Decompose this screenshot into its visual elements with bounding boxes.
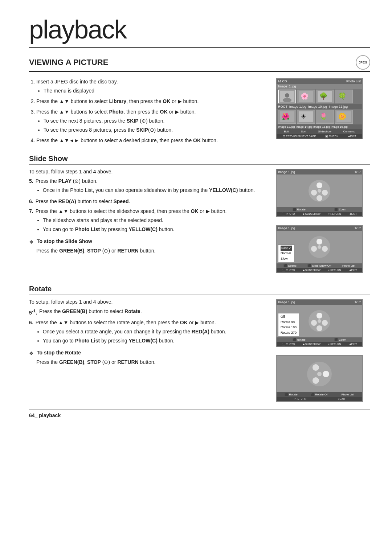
svg-point-26 — [322, 246, 328, 252]
slideshow-play-bottombar: ⬛ Rotate⬛ Zoom — [277, 207, 362, 212]
rotate-menu-content: Off Rotate 90 Rotate 180 Rotate 270 — [277, 305, 362, 337]
slideshow-text-col: To setup, follow steps 1 and 4 above. 5.… — [29, 169, 269, 278]
svg-point-38 — [317, 372, 322, 376]
rotate-step6: 6. Press the ▲▼ buttons to select the ro… — [29, 319, 269, 346]
slideshow-step7-sub1: The slideshow starts and plays at the se… — [43, 217, 227, 224]
svg-point-20 — [322, 190, 328, 196]
slideshow-step5-sub: Once in the Photo List, you can also ope… — [43, 186, 255, 194]
svg-text:🍀: 🍀 — [338, 92, 347, 100]
rotate-step6-sub1: Once you select a rotate angle, you can … — [43, 328, 226, 336]
step-3: Press the ▲▼ buttons to select Photo, th… — [36, 108, 269, 134]
photo-thumb-5: 🌺 — [278, 110, 296, 124]
slideshow-step5: 5. Press the PLAY (⊙) button. Once in th… — [29, 177, 269, 196]
slideshow-speed-footer: ⬛ PHOTO▶ SLIDESHOW↩RETURN◄EXIT — [277, 268, 362, 272]
slideshow-step7-sub2: You can go to Photo List by pressing YEL… — [43, 226, 227, 233]
slideshow-step6: 6. Press the RED(A) button to select Spe… — [29, 198, 269, 205]
photo-list-header-right: Photo List — [346, 79, 361, 83]
rotate-menu-dropdown: Off Rotate 90 Rotate 180 Rotate 270 — [278, 313, 299, 336]
viewing-title: VIEWING A PICTURE — [29, 58, 108, 67]
rotate-menu-footer: ⬛ PHOTO▶ SLIDESHOW↩RETURN◄EXIT — [277, 342, 362, 346]
stop-rotate-header: ❖ To stop the Rotate — [29, 350, 269, 356]
slideshow-speed-topbar: Image 1.jpg1/17 — [277, 226, 362, 231]
stop-rotate-text: Press the GREEN(B), STOP (⊙) or RETURN b… — [36, 358, 269, 366]
root-label: ROOT Image 1.jpg Image 10.jpg Image 11.j… — [277, 104, 362, 109]
slideshow-speed-screen: Image 1.jpg1/17 Fast ✓ Normal Slow — [276, 225, 363, 273]
slideshow-speed-content: Fast ✓ Normal Slow — [277, 231, 362, 263]
photo-list-menu: EditSortSlideshowContents — [277, 129, 362, 134]
photo-thumb-1 — [278, 90, 296, 103]
photo-list-header-left: 🖫 CD — [278, 79, 287, 83]
svg-point-35 — [323, 371, 329, 377]
svg-point-32 — [317, 325, 322, 331]
rotate-text-col: To setup, follow steps 1 and 4 above. 5-… — [29, 299, 269, 402]
photo-list-bottom-bar: ⊡ PREVIOUS/NEXT PAGE▣ CHECK◄EXIT — [277, 134, 362, 139]
slideshow-play-content — [277, 174, 362, 207]
slideshow-setup-note: To setup, follow steps 1 and 4 above. — [29, 169, 269, 174]
svg-text:🌳: 🌳 — [319, 92, 328, 100]
jpeg-badge: JPEG — [356, 55, 370, 70]
svg-point-31 — [322, 320, 328, 326]
page-title: playback — [29, 15, 370, 48]
svg-point-22 — [318, 189, 321, 193]
rotate-menu-screen: Image 1.jpg1/17 Off Rotate 90 Rotat — [276, 299, 363, 347]
rotate-menu-bottombar: ⬛ Rotate⬛ Zoom — [277, 337, 362, 342]
slideshow-play-topbar: Image 1.jpg1/17 — [277, 169, 362, 174]
svg-point-29 — [317, 313, 322, 319]
svg-point-24 — [317, 239, 322, 245]
svg-point-21 — [317, 195, 322, 201]
rotate-step5: 5-1. Press the GREEN(B) button to select… — [29, 308, 269, 317]
svg-point-19 — [311, 190, 317, 196]
svg-point-33 — [318, 319, 321, 323]
photo-grid-row1: 🌸 🌳 🍀 — [277, 89, 362, 104]
photo-thumb-8: 🌼 — [335, 110, 353, 124]
slideshow-title: Slide Show — [29, 155, 370, 165]
slideshow-play-screen: Image 1.jpg1/17 ⬛ Rotate⬛ Zoom — [276, 169, 363, 217]
photo-thumb-4: 🍀 — [335, 90, 353, 103]
photo-list-screen: 🖫 CD Photo List Image_1.jpg — [276, 78, 363, 139]
viewing-text-col: Insert a JPEG disc into the disc tray. T… — [29, 78, 269, 147]
rotate-section: Rotate To setup, follow steps 1 and 4 ab… — [29, 285, 370, 402]
svg-text:🌸: 🌸 — [301, 92, 309, 100]
svg-point-25 — [311, 246, 317, 252]
rotate-menu-topbar: Image 1.jpg1/17 — [277, 300, 362, 305]
stop-slideshow-text: Press the GREEN(B), STOP (⊙) or RETURN b… — [36, 247, 269, 255]
svg-point-30 — [311, 320, 317, 326]
viewing-section: VIEWING A PICTURE JPEG Insert a JPEG dis… — [29, 55, 370, 147]
viewing-steps-list: Insert a JPEG disc into the disc tray. T… — [29, 78, 269, 144]
step-1: Insert a JPEG disc into the disc tray. T… — [36, 78, 269, 95]
rotate-screens-col: Image 1.jpg1/17 Off Rotate 90 Rotat — [276, 299, 370, 402]
photo-thumb-7: 🌷 — [316, 110, 334, 124]
step-3-sub1: To see the next 8 pictures, press the SK… — [44, 117, 269, 125]
svg-point-27 — [318, 245, 321, 249]
svg-text:🌼: 🌼 — [338, 112, 347, 120]
photo-thumb-labels: Image 13.jpg Image 14.jpg Image 15.jpg I… — [277, 124, 362, 129]
photo-thumb-2: 🌸 — [297, 90, 315, 103]
rotate-step6-sub2: You can go to Photo List by pressing YEL… — [43, 337, 226, 345]
rotate-setup-note: To setup, follow steps 1 and 4 above. — [29, 299, 269, 305]
photo-thumb-6: ☀ — [297, 110, 315, 124]
photo-list-header: 🖫 CD Photo List — [277, 79, 362, 84]
page-footer: 64_ playback — [29, 409, 370, 418]
rotate-result-screen: ⬛ Rotate⬛ Rotate OffPhoto List ↩RETURN◄E… — [276, 355, 363, 402]
svg-point-1 — [285, 93, 289, 98]
photo-grid-row2: 🌺 ☀ 🌷 🌼 — [277, 109, 362, 124]
rotate-title: Rotate — [29, 285, 370, 295]
step-1-sub: The menu is displayed — [44, 87, 269, 95]
svg-point-18 — [317, 182, 322, 188]
speed-menu: Fast ✓ Normal Slow — [278, 245, 295, 262]
photo-thumb-3: 🌳 — [316, 90, 334, 103]
slideshow-speed-bottombar: ⬛ Speed⬛ Slide Show OffPhoto List — [277, 263, 362, 268]
slideshow-play-footer: ⬛ PHOTO▶ SLIDESHOW↩RETURN◄EXIT — [277, 212, 362, 216]
step-3-sub2: To see the previous 8 pictures, press th… — [44, 126, 269, 134]
step-2: Press the ▲▼ buttons to select Library, … — [36, 98, 269, 105]
rotate-result-bottombar: ⬛ Rotate⬛ Rotate OffPhoto List — [277, 392, 362, 397]
photo-list-screen-col: 🖫 CD Photo List Image_1.jpg — [276, 78, 370, 147]
stop-slideshow-header: ❖ To stop the Slide Show — [29, 238, 269, 245]
slideshow-section: Slide Show To setup, follow steps 1 and … — [29, 155, 370, 278]
svg-point-36 — [313, 364, 319, 371]
svg-text:🌺: 🌺 — [282, 112, 290, 120]
rotate-result-content — [277, 356, 362, 392]
svg-text:🌷: 🌷 — [319, 112, 328, 120]
svg-point-37 — [313, 377, 319, 384]
photo-list-path: Image_1.jpg — [277, 84, 362, 89]
